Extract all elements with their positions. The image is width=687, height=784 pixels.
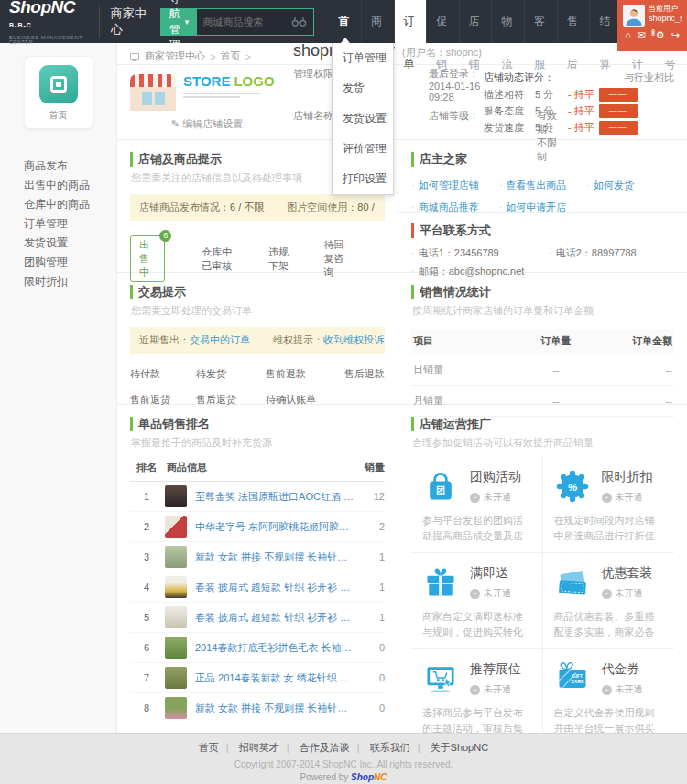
onsale-link[interactable]: 出售中6 xyxy=(130,235,165,282)
footer-link-cooperation[interactable]: 合作及洽谈 xyxy=(300,742,350,753)
logout-icon[interactable]: ↪ xyxy=(671,29,680,41)
left-sidebar: 首页 商品发布 出售中的商品 仓库中的商品 订单管理 发货设置 团购管理 限时折… xyxy=(0,43,117,733)
trend-flat-label: - 持平 xyxy=(568,104,594,118)
rating-row: 服务态度 5 分 - 持平 —— xyxy=(484,104,674,118)
product-name-link[interactable]: 春装 披肩式 超短款 针织 衫开衫 女装 青鸟 蓝色 xyxy=(195,611,354,625)
footer-link-home[interactable]: 首页 xyxy=(199,742,219,753)
section-owner-home: 店主之家 ·如何管理店铺 ·查看售出商品 ·如何发货 ·商城商品推荐 ·如何申请… xyxy=(398,140,687,213)
pending-bill-link[interactable]: 待确认账单 xyxy=(266,393,344,407)
svg-text:CARD: CARD xyxy=(571,679,584,684)
powered-brand-shop: Shop xyxy=(351,772,374,782)
product-name-link[interactable]: 中华老字号 东阿阿胶桃花姬阿胶糕300g xyxy=(195,520,354,534)
trading-orders-link[interactable]: 交易中的订单 xyxy=(190,334,250,345)
footer-link-about[interactable]: 关于ShopNC xyxy=(431,742,489,753)
pending-consult-link[interactable]: 待回复咨询 xyxy=(323,238,352,279)
gift-card-icon: GIFTCARD xyxy=(554,660,591,697)
nav-item-promotion[interactable]: 促销 xyxy=(426,0,459,43)
shopnc-logo[interactable]: ShopNC B-B-C BUSINESS MANAGEMENT CENTER xyxy=(9,0,88,46)
promo-name[interactable]: 优惠套装 xyxy=(602,565,653,582)
sidebar-item-ship-settings[interactable]: 发货设置 xyxy=(0,234,116,253)
presale-refund-link[interactable]: 售前退款 xyxy=(266,367,344,381)
section-title: 平台联系方式 xyxy=(411,223,674,239)
aftersale-return-link[interactable]: 售后退货 xyxy=(196,393,266,407)
sidebar-home-card[interactable]: 首页 xyxy=(24,56,93,129)
view-sold-goods-link[interactable]: ·查看售出商品 xyxy=(499,179,587,192)
search-bar: 导航管理 ▾ xyxy=(160,8,315,36)
store-logo-image xyxy=(130,74,176,111)
promo-desc: 自定义代金券使用规则并由平台统一展示供买家领取 xyxy=(554,705,664,733)
how-apply-store-link[interactable]: ·如何申请开店 xyxy=(499,201,587,214)
product-name-link[interactable]: 正品 2014春装新款 女 绣花针织衫 开衫外套浮雕织 绿色 xyxy=(195,671,354,685)
pending-payment-link[interactable]: 待付款 xyxy=(130,367,196,381)
menu-item-ship[interactable]: 发货 xyxy=(333,73,393,103)
menu-item-order-manage[interactable]: 订单管理 xyxy=(333,43,393,73)
pending-ship-link[interactable]: 待发货 xyxy=(196,367,266,381)
nav-item-logistics[interactable]: 物流 xyxy=(491,0,524,43)
nav-item-orders[interactable]: 订单 xyxy=(394,0,427,43)
nav-manage-button[interactable]: 导航管理 ▾ xyxy=(161,9,198,35)
sidebar-item-order-manage[interactable]: 订单管理 xyxy=(0,214,116,234)
breadcrumb-current[interactable]: 首页 xyxy=(220,49,240,63)
presale-return-link[interactable]: 售前退货 xyxy=(130,393,196,407)
promo-name[interactable]: 团购活动 xyxy=(470,469,521,485)
promo-desc: 在规定时间段内对店铺中所选商品进行打折促销活动 xyxy=(554,513,664,543)
product-thumbnail[interactable] xyxy=(165,667,187,689)
product-thumbnail[interactable] xyxy=(165,697,187,719)
promo-name[interactable]: 代金券 xyxy=(602,661,643,678)
nav-item-aftersale[interactable]: 售后 xyxy=(557,0,590,43)
product-thumbnail[interactable] xyxy=(165,516,187,538)
promo-item-bundle: 优惠套装 −未开通 商品优惠套装、多重搭配更多实惠，商家必备营销方式 xyxy=(543,553,675,649)
aftersale-refund-link[interactable]: 售后退款 xyxy=(344,367,385,381)
sidebar-item-time-discount[interactable]: 限时折扣 xyxy=(0,272,116,291)
mail-icon[interactable]: ✉0 xyxy=(638,29,649,41)
product-thumbnail[interactable] xyxy=(165,546,187,568)
disabled-minus-icon: − xyxy=(602,685,612,695)
how-manage-store-link[interactable]: ·如何管理店铺 xyxy=(411,179,499,192)
product-name-link[interactable]: 新款 女款 拼接 不规则摆 长袖针织衫开衫 百搭 紫色 xyxy=(195,550,354,564)
disabled-minus-icon: − xyxy=(470,493,480,503)
product-thumbnail[interactable] xyxy=(165,485,187,507)
nav-item-goods[interactable]: 商品 xyxy=(361,0,394,43)
sidebar-item-goods-onsale[interactable]: 出售中的商品 xyxy=(0,176,116,195)
menu-item-print-settings[interactable]: 打印设置 xyxy=(333,164,393,194)
sidebar-item-goods-warehouse[interactable]: 仓库中的商品 xyxy=(0,195,116,214)
section-sales-stats: 销售情况统计 按周期统计商家店铺的订单量和订单金额 项目 订单量 订单金额 日销… xyxy=(398,273,687,405)
section-title: 单品销售排名 xyxy=(130,416,385,432)
promo-desc: 商家自定义满即送标准与规则，促进购买转化率 xyxy=(422,609,531,639)
mall-goods-recommend-link[interactable]: ·商城商品推荐 xyxy=(411,201,499,214)
menu-item-review-manage[interactable]: 评价管理 xyxy=(333,134,393,164)
product-name-link[interactable]: 春装 披肩式 超短款 针织 衫开衫 女装 青鸟 黑色 xyxy=(195,581,354,594)
nav-item-store[interactable]: 店铺 xyxy=(459,0,492,43)
menu-item-ship-settings[interactable]: 发货设置 xyxy=(333,103,393,134)
search-input[interactable] xyxy=(197,16,285,27)
product-name-link[interactable]: 2014春款打底毛衫拼色毛衣 长袖套头针织衫 雪 绿色 xyxy=(195,641,354,655)
how-ship-link[interactable]: ·如何发货 xyxy=(586,179,674,192)
product-name-link[interactable]: 新款 女款 拼接 不规则摆 长袖针织衫开衫 百搭 粉色 xyxy=(195,702,354,715)
promo-name[interactable]: 限时折扣 xyxy=(602,469,653,485)
nav-item-service[interactable]: 客服 xyxy=(524,0,557,43)
section-trade-tips: 交易提示 您需要立即处理的交易订单 近期售出：交易中的订单 维权提示：收到维权投… xyxy=(117,273,398,405)
mail-badge: 0 xyxy=(651,29,655,36)
sidebar-item-groupbuy[interactable]: 团购管理 xyxy=(0,253,116,272)
section-title: 交易提示 xyxy=(130,284,385,300)
product-name-link[interactable]: 至尊金奖 法国原瓶进口AOC红酒 任选一箱 红沙城堡红葡... xyxy=(195,490,354,504)
sidebar-item-goods-publish[interactable]: 商品发布 xyxy=(0,157,116,176)
nav-item-home[interactable]: 首页 xyxy=(329,0,361,43)
footer-link-jobs[interactable]: 招聘英才 xyxy=(239,742,279,753)
search-binoculars-icon[interactable] xyxy=(285,16,313,27)
violation-offshelf-link[interactable]: 违规下架 xyxy=(268,245,290,273)
rights-complaint-link[interactable]: 收到维权投诉 xyxy=(323,334,384,345)
settings-wrench-icon[interactable]: ⚙ xyxy=(656,29,665,41)
product-thumbnail[interactable] xyxy=(165,606,187,628)
warehouse-approved-link[interactable]: 仓库中已审核 xyxy=(202,245,235,273)
footer-link-contact[interactable]: 联系我们 xyxy=(370,742,410,753)
product-thumbnail[interactable] xyxy=(165,576,187,598)
home-icon[interactable]: ⌂ xyxy=(625,29,631,41)
status-badge: 未开通 xyxy=(484,683,511,696)
trend-flat-badge: —— xyxy=(599,104,638,118)
promo-name[interactable]: 满即送 xyxy=(470,565,511,582)
edit-icon: ✎ xyxy=(171,118,180,129)
edit-store-settings-link[interactable]: ✎ 编辑店铺设置 xyxy=(130,117,284,131)
product-thumbnail[interactable] xyxy=(165,637,187,659)
promo-name[interactable]: 推荐展位 xyxy=(470,661,521,678)
